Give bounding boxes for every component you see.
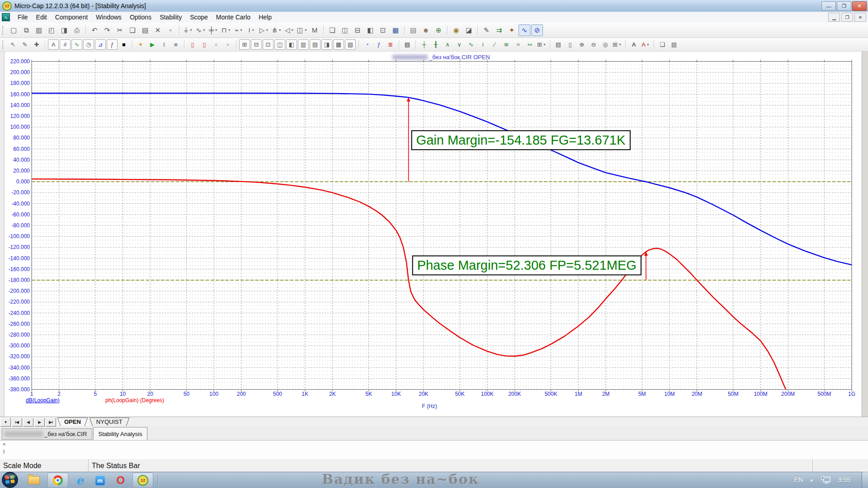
tab-nyquist[interactable]: NYQUIST	[89, 418, 130, 426]
tile-vertical-button[interactable]: ◫	[339, 24, 351, 36]
print-button[interactable]: ⎙	[71, 24, 83, 36]
diode-component-button[interactable]: ▷▼	[258, 24, 270, 36]
horizontal-axis-button[interactable]: ⊞	[239, 39, 250, 50]
inductor-component-button[interactable]: ≀▼	[245, 24, 257, 36]
analysis-plot-button[interactable]: ∿	[519, 24, 530, 36]
menu-edit[interactable]: Edit	[32, 13, 51, 22]
high-button[interactable]: ∿	[466, 39, 476, 50]
select-region-button[interactable]: ▫	[165, 24, 176, 36]
show-desktop-button[interactable]	[862, 472, 868, 488]
open-file-button[interactable]: ⧉	[20, 24, 32, 36]
page-list-dropdown-button[interactable]: ▼	[0, 418, 11, 427]
markers-button[interactable]: ▥	[298, 39, 309, 50]
first-page-button[interactable]: I◀	[12, 418, 22, 427]
child-close-button[interactable]: ✕	[854, 13, 866, 22]
internet-explorer-icon[interactable]: e	[76, 474, 84, 486]
menu-stability[interactable]: Stability	[156, 13, 186, 22]
child-minimize-button[interactable]: ▁	[828, 13, 840, 22]
paste-button[interactable]: ▤	[139, 24, 151, 36]
legend-gain[interactable]: dB(LoopGain)	[26, 397, 60, 404]
cursor-horizontal-button[interactable]: ┼	[419, 39, 429, 50]
animate-button[interactable]: ◉	[450, 24, 462, 36]
calculator-button[interactable]: ▦	[390, 24, 401, 36]
copy-button[interactable]: ❏	[127, 24, 138, 36]
save-button[interactable]: ▥	[33, 24, 45, 36]
menu-help[interactable]: Help	[255, 13, 276, 22]
cursor-vertical-button[interactable]: ╂	[430, 39, 441, 50]
copy-graph-button[interactable]: ❏	[657, 39, 668, 50]
child-restore-button[interactable]: ❐	[841, 13, 853, 22]
document-icon[interactable]: ∿	[2, 13, 10, 21]
peak-button[interactable]: ∧	[442, 39, 453, 50]
normalize-button[interactable]: ▧	[345, 39, 356, 50]
opamp-component-button[interactable]: ◁▼	[283, 24, 295, 36]
battery-component-button[interactable]: ⊓▼	[220, 24, 232, 36]
source-component-button[interactable]: ∿▼	[195, 24, 207, 36]
tray-expand-icon[interactable]: ▲	[810, 478, 814, 482]
pause-button[interactable]: ‖	[159, 39, 170, 50]
tracker-button[interactable]: ▦	[333, 39, 344, 50]
start-button[interactable]	[1, 471, 19, 488]
new-file-button[interactable]: ▢	[8, 24, 19, 36]
paste-graph-button[interactable]: ▤	[669, 39, 679, 50]
internet-button[interactable]: ⊕	[433, 24, 444, 36]
delete-button[interactable]: ✕	[152, 24, 164, 36]
menu-windows[interactable]: Windows	[92, 13, 126, 22]
probe-current-button[interactable]: ▯	[199, 39, 210, 50]
numeric-output-button[interactable]: ≣	[385, 39, 396, 50]
attribute-text-button[interactable]: A	[48, 39, 59, 50]
maxthon-icon[interactable]: m	[95, 476, 105, 485]
panel-close-icon[interactable]: ×	[3, 441, 5, 447]
next-page-button[interactable]: ▶	[34, 418, 45, 427]
shape-editor-button[interactable]: ✎	[481, 24, 492, 36]
lock-button[interactable]: ✦	[135, 39, 146, 50]
page-setup-button[interactable]: ◨	[58, 24, 70, 36]
valley-button[interactable]: ∨	[454, 39, 465, 50]
opera-icon[interactable]: O	[117, 475, 125, 486]
low-button[interactable]: ≀	[477, 39, 488, 50]
probe-button[interactable]: ⊘	[531, 24, 543, 36]
zoom-select-button[interactable]: ◎	[600, 39, 611, 50]
capacitor-component-button[interactable]: ╪▼	[208, 24, 219, 36]
save-all-button[interactable]: ◰	[46, 24, 57, 36]
panel-button[interactable]: ◪	[463, 24, 475, 36]
preferences-button[interactable]: ✦	[506, 24, 518, 36]
ground-component-button[interactable]: ⏚▼	[182, 24, 194, 36]
panel-grip-icon[interactable]: ‖	[3, 449, 5, 455]
font-color-button[interactable]: A▼	[640, 39, 651, 50]
color-swatch-button[interactable]: ■	[118, 39, 129, 50]
zoom-in-button[interactable]: ⊕	[576, 39, 587, 50]
microcap-taskbar-button[interactable]: 12	[132, 473, 153, 488]
pan-mode-button[interactable]: ✚	[31, 39, 42, 50]
tile-horizontal-button[interactable]: ⊟	[352, 24, 363, 36]
font-button[interactable]: A	[628, 39, 639, 50]
chrome-taskbar-button[interactable]	[47, 473, 68, 488]
slope-button[interactable]: ∕	[489, 39, 500, 50]
split-window-button[interactable]: ◧	[364, 24, 376, 36]
properties-button[interactable]: ▤	[553, 39, 564, 50]
report-button[interactable]: ▤	[402, 39, 413, 50]
transistor-component-button[interactable]: ⋔▼	[271, 24, 283, 36]
grid-toggle-button[interactable]: ⊡	[263, 39, 274, 50]
tokens-button[interactable]: ▫	[222, 39, 233, 50]
page-setup-2-button[interactable]: ▯	[565, 39, 576, 50]
go-to-branch-button[interactable]: ⊞▼	[536, 39, 547, 50]
envelope-top-button[interactable]: ≋	[501, 39, 512, 50]
vertical-axis-button[interactable]: ⊟	[251, 39, 262, 50]
wave-label-button[interactable]: ∿	[71, 39, 82, 50]
log-x-button[interactable]: ◫	[274, 39, 285, 50]
cut-button[interactable]: ✂	[114, 24, 126, 36]
envelope-mid-button[interactable]: ≈	[513, 39, 524, 50]
stepping-button[interactable]: ⇉	[493, 24, 505, 36]
envelope-bottom-button[interactable]: ∾	[524, 39, 535, 50]
explorer-icon[interactable]	[28, 476, 40, 484]
component-info-button[interactable]: ▤	[407, 24, 419, 36]
ruler-button[interactable]: ▤	[310, 39, 321, 50]
stop-button[interactable]: ■	[170, 39, 181, 50]
menu-scope[interactable]: Scope	[186, 13, 212, 22]
scope-label-button[interactable]: ⊿	[95, 39, 106, 50]
restore-button[interactable]: ❐	[837, 1, 851, 11]
language-indicator[interactable]: EN	[794, 476, 802, 483]
user-page-button[interactable]: ☻	[420, 24, 432, 36]
tab-open[interactable]: OPEN	[57, 418, 89, 426]
